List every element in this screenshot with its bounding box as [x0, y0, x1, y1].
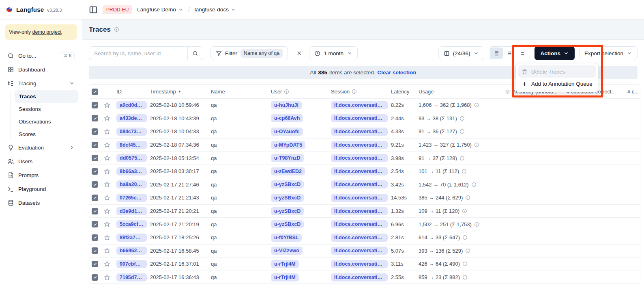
column-header-timestamp[interactable]: Timestamp▼: [150, 89, 211, 95]
clear-selection-link[interactable]: Clear selection: [377, 69, 416, 76]
star-icon[interactable]: [104, 102, 110, 108]
user-badge[interactable]: u-rTrjI4M: [271, 260, 299, 268]
user-badge[interactable]: u-OYauofc: [271, 128, 303, 136]
session-badge[interactable]: lf.docs.conversation...: [331, 194, 388, 202]
table-row[interactable]: b669529... 2025-02-17 16:58:45 qa u-VIZz…: [89, 244, 640, 258]
column-header-user[interactable]: User: [271, 89, 331, 95]
table-row[interactable]: 8dcf4574... 2025-02-18 07:34:36 qa u-MYp…: [89, 138, 640, 152]
row-checkbox[interactable]: [92, 247, 98, 254]
row-checkbox[interactable]: [92, 168, 98, 175]
actions-button[interactable]: Actions: [535, 46, 575, 60]
trace-id-badge[interactable]: 7195d78e...: [116, 273, 147, 282]
row-checkbox[interactable]: [92, 128, 98, 135]
sidebar-item-traces[interactable]: Traces: [15, 90, 78, 103]
user-badge[interactable]: u-yzSBxcD: [271, 207, 304, 215]
clear-filter-button[interactable]: [294, 48, 305, 59]
session-badge[interactable]: lf.docs.conversation....: [331, 154, 388, 162]
sidebar-toggle-icon[interactable]: [89, 5, 98, 14]
user-badge[interactable]: u-cp66Avh: [271, 114, 303, 122]
row-checkbox[interactable]: [92, 181, 98, 188]
star-icon[interactable]: [104, 128, 110, 135]
row-checkbox[interactable]: [92, 261, 98, 267]
sidebar-item-observations[interactable]: Observations: [15, 115, 78, 128]
session-badge[interactable]: lf.docs.conversation...: [331, 220, 388, 228]
column-header-name[interactable]: Name: [211, 89, 271, 95]
search-input[interactable]: [89, 50, 187, 56]
user-badge[interactable]: u-VIZzvwo: [271, 247, 303, 255]
row-checkbox[interactable]: [92, 102, 98, 108]
table-row[interactable]: ba8a208f... 2025-02-17 21:27:46 qa u-yzS…: [89, 178, 640, 191]
trace-id-badge[interactable]: a433de51...: [116, 114, 147, 122]
session-badge[interactable]: lf.docs.conversation...: [331, 180, 388, 188]
table-row[interactable]: 907cbf6e... 2025-02-17 16:37:01 qa u-rTr…: [89, 257, 640, 271]
table-row[interactable]: d3e9d1f2... 2025-02-17 21:20:21 qa u-yzS…: [89, 204, 640, 218]
user-badge[interactable]: u-T98YnzD: [271, 154, 304, 162]
trace-id-badge[interactable]: 907cbf6e...: [116, 260, 147, 268]
row-checkbox[interactable]: [92, 274, 98, 281]
table-row[interactable]: a0cd0d9... 2025-02-18 10:59:46 qa u-huJh…: [89, 98, 640, 112]
org-switcher[interactable]: Langfuse Demo: [137, 6, 183, 13]
user-badge[interactable]: u-huJhuJi: [271, 101, 302, 109]
session-badge[interactable]: lf.docs.conversation...: [331, 207, 388, 215]
row-checkbox[interactable]: [92, 115, 98, 121]
session-badge[interactable]: lf.docs.conversation...: [331, 128, 388, 136]
sidebar-item-prompts[interactable]: Prompts: [4, 168, 78, 182]
column-header-id[interactable]: ID: [116, 89, 150, 95]
row-checkbox[interactable]: [92, 195, 98, 201]
demo-project-link[interactable]: demo project: [32, 29, 61, 35]
session-badge[interactable]: lf.docs.conversation....: [331, 141, 388, 149]
trace-id-badge[interactable]: a0cd0d9...: [116, 101, 147, 109]
column-header-usage[interactable]: Usage: [419, 89, 505, 95]
export-selection-button[interactable]: Export selection: [579, 46, 638, 60]
star-icon[interactable]: [104, 142, 110, 148]
trace-id-badge[interactable]: 8dcf4574...: [116, 141, 147, 149]
star-icon[interactable]: [104, 168, 110, 175]
trace-id-badge[interactable]: 07265c7a...: [116, 194, 147, 202]
column-header-latency[interactable]: Latency: [391, 89, 419, 95]
menu-item-delete-traces[interactable]: Delete Traces: [518, 65, 596, 78]
sidebar-item-datasets[interactable]: Datasets: [4, 196, 78, 210]
sidebar-item-users[interactable]: Users: [4, 154, 78, 168]
user-badge[interactable]: u-rTrjI4M: [271, 273, 299, 282]
sidebar-item-playground[interactable]: Playground: [4, 182, 78, 196]
trace-id-badge[interactable]: b669529...: [116, 247, 147, 255]
row-checkbox[interactable]: [92, 234, 98, 241]
star-icon[interactable]: [104, 261, 110, 267]
sidebar-item-sessions[interactable]: Sessions: [15, 103, 78, 115]
user-badge[interactable]: u-yzSBxcD: [271, 180, 304, 188]
star-icon[interactable]: [104, 115, 110, 121]
session-badge[interactable]: lf.docs.conversation...: [331, 101, 388, 109]
table-row[interactable]: 07265c7a... 2025-02-17 21:21:43 qa u-yzS…: [89, 191, 640, 204]
star-icon[interactable]: [104, 195, 110, 201]
session-badge[interactable]: lf.docs.conversation...: [331, 114, 388, 122]
trace-id-badge[interactable]: 88f2a7b0...: [116, 234, 147, 242]
row-height-medium-button[interactable]: [503, 48, 516, 59]
table-row[interactable]: 8b66a34... 2025-02-18 03:30:17 qa u-zEwd…: [89, 165, 640, 178]
session-badge[interactable]: lf.docs.conversation...: [331, 247, 388, 255]
sidebar-item-scores[interactable]: Scores: [15, 128, 78, 141]
trace-id-badge[interactable]: 5cca9cf2...: [116, 220, 147, 228]
sidebar-item-evaluation[interactable]: Evaluation: [4, 141, 78, 154]
select-all-checkbox[interactable]: [92, 89, 98, 95]
star-icon[interactable]: [104, 247, 110, 254]
row-checkbox[interactable]: [92, 155, 98, 161]
row-height-compact-button[interactable]: [490, 48, 503, 59]
trace-id-badge[interactable]: 084c739...: [116, 128, 147, 136]
row-checkbox[interactable]: [92, 221, 98, 227]
session-badge[interactable]: lf.docs.conversation...: [331, 234, 388, 242]
menu-item-add-to-annotation-queue[interactable]: Add to Annotation Queue: [518, 78, 596, 90]
goto-button[interactable]: Go to... ⌘ K: [4, 49, 78, 63]
table-row[interactable]: 5cca9cf2... 2025-02-17 21:20:19 qa u-yzS…: [89, 217, 640, 231]
user-badge[interactable]: u-zEwdED2: [271, 167, 305, 175]
user-badge[interactable]: u-f0YfBSL: [271, 234, 302, 242]
user-badge[interactable]: u-MYpDAT5: [271, 141, 305, 149]
user-badge[interactable]: u-yzSBxcD: [271, 194, 304, 202]
session-badge[interactable]: lf.docs.conversation...: [331, 167, 388, 175]
star-icon[interactable]: [104, 221, 110, 227]
star-icon[interactable]: [104, 208, 110, 214]
trace-id-badge[interactable]: d3e9d1f2...: [116, 207, 147, 215]
row-checkbox[interactable]: [92, 142, 98, 148]
row-height-tall-button[interactable]: [516, 48, 529, 59]
row-checkbox[interactable]: [92, 208, 98, 214]
trace-id-badge[interactable]: ba8a208f...: [116, 180, 147, 188]
